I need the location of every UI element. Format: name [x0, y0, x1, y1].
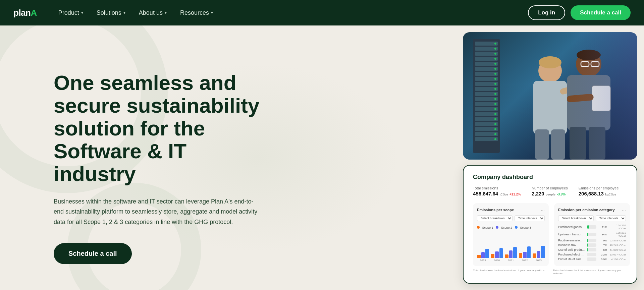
rack-unit [475, 102, 498, 106]
hero-section: One seamless and secure sustainability s… [0, 25, 644, 290]
stat-emissions-per-employee: Emissions per employee 206,688.13 kgCO₂e [579, 186, 619, 196]
rack-unit [475, 87, 498, 91]
nav-item-product[interactable]: Product ▾ [53, 7, 89, 19]
hbar-fill [587, 253, 587, 256]
chart-controls: Select breakdown Time intervals [477, 215, 545, 221]
logo-text: planA [13, 8, 37, 18]
dashboard-charts: Emissions per scope ··· Select breakdown… [473, 203, 627, 266]
hbar-value: 13,037 tCO₂e [609, 253, 626, 256]
schedule-call-hero-button[interactable]: Schedule a call [54, 243, 132, 264]
photo-light-effect [570, 32, 637, 160]
hbar-percent: 21% [598, 226, 607, 229]
stat-label: Total emissions [473, 186, 521, 190]
more-options-icon[interactable]: ··· [541, 207, 545, 213]
footnote-right: This chart shows the total emissions of … [553, 269, 627, 275]
bar [481, 252, 485, 258]
hbar-value: 48,243 tCO₂e [609, 244, 626, 247]
rack-unit [475, 137, 498, 141]
nav-item-resources[interactable]: Resources ▾ [175, 7, 218, 19]
hbar-percent: 6% [598, 248, 607, 251]
chevron-down-icon: ▾ [123, 10, 125, 15]
rack-unit [475, 62, 498, 66]
hbar-row: Fugitive emissio...9%62,578 tCO₂e [558, 239, 626, 242]
bar [527, 246, 531, 258]
hero-left-content: One seamless and secure sustainability s… [0, 25, 288, 290]
navigation: planA Product ▾ Solutions ▾ About us ▾ R… [0, 0, 644, 25]
rack-unit [475, 127, 498, 131]
bar [509, 250, 513, 258]
rack-unit [475, 72, 498, 76]
hbar-percent: 14% [598, 233, 607, 236]
bar-year-label: 2019 [477, 259, 489, 262]
nav-item-about[interactable]: About us ▾ [133, 7, 172, 19]
bar-group [477, 249, 489, 258]
hbar-value: 4,160 tCO₂e [609, 258, 626, 261]
rack-unit [475, 57, 498, 61]
rack-unit [475, 77, 498, 81]
hbar-track [587, 243, 596, 247]
time-interval-select-right[interactable]: Time intervals [596, 215, 626, 221]
hero-right-content: Company dashboard Total emissions 458,84… [456, 25, 644, 290]
hbar-label: Use of sold produc... [558, 248, 585, 251]
stat-label: Number of employees [532, 186, 568, 190]
hbar-track [587, 225, 596, 229]
bar [541, 246, 545, 258]
stat-badge: +11.2% [509, 192, 521, 196]
hbar-row: Purchased goods and...21%154,210 tCO₂e [558, 224, 626, 230]
bar-group [533, 246, 545, 258]
bar [491, 254, 495, 258]
stat-value: 458,847.64 tCO₂e +11.2% [473, 191, 521, 196]
bar-group [505, 247, 517, 258]
legend-scope2: Scope 2 [496, 224, 512, 230]
dashboard-stats: Total emissions 458,847.64 tCO₂e +11.2% … [473, 186, 627, 196]
schedule-call-nav-button[interactable]: Schedule a call [571, 5, 631, 20]
dashboard-card: Company dashboard Total emissions 458,84… [463, 165, 637, 284]
rack-unit [475, 117, 498, 121]
hbar-track [587, 248, 596, 251]
hbar-value: 41,600 tCO₂e [609, 248, 626, 251]
rack-unit [475, 82, 498, 86]
hbar-row: End of life of sale pr...0.9%4,160 tCO₂e [558, 257, 626, 261]
breakdown-select[interactable]: Select breakdown [477, 215, 513, 221]
nav-actions: Log in Schedule a call [528, 5, 631, 20]
hbar-percent: 7% [598, 244, 607, 247]
emissions-per-category-chart: Emission per emission category ··· Selec… [554, 203, 630, 266]
hbar-label: Upstream transport... [558, 233, 585, 236]
hbar-percent: 0.9% [598, 258, 607, 261]
rack-unit [475, 122, 498, 126]
rack-unit [475, 92, 498, 96]
hbar-value: 125,281 tCO₂e [609, 231, 626, 237]
hbar-fill [587, 239, 588, 242]
bar-group [519, 246, 531, 258]
hero-subtitle: Businesses within the software and IT se… [54, 196, 262, 227]
hbar-track [587, 257, 596, 261]
breakdown-select-right[interactable]: Select breakdown [558, 215, 594, 221]
legend-scope3: Scope 3 [515, 224, 531, 230]
hero-photo [463, 32, 637, 160]
hbar-percent: 9% [598, 239, 607, 242]
time-interval-select[interactable]: Time intervals [515, 215, 545, 221]
chart-header: Emissions per scope ··· [477, 207, 545, 213]
logo[interactable]: planA [13, 8, 37, 18]
bar [499, 248, 503, 258]
legend-dot-scope1 [477, 226, 480, 229]
hbar-label: Purchased electrici... [558, 253, 585, 256]
bar [477, 255, 481, 258]
rack-unit [475, 107, 498, 111]
bar [533, 253, 536, 258]
stat-badge: -3.9% [557, 192, 566, 196]
hbar-fill [587, 225, 589, 229]
login-button[interactable]: Log in [528, 5, 565, 20]
stat-employees: Number of employees 2,220 people -3.9% [532, 186, 568, 196]
bar-year-label: 2022 [519, 259, 531, 262]
chevron-down-icon: ▾ [211, 10, 213, 15]
bar [523, 252, 527, 258]
more-options-icon[interactable]: ··· [622, 207, 626, 213]
nav-links: Product ▾ Solutions ▾ About us ▾ Resourc… [53, 7, 528, 19]
legend-dot-scope3 [515, 226, 518, 229]
legend-dot-scope2 [496, 226, 498, 229]
bar [519, 253, 523, 258]
nav-item-solutions[interactable]: Solutions ▾ [91, 7, 131, 19]
hbar-row: Business trav...7%48,243 tCO₂e [558, 243, 626, 247]
stat-value: 2,220 people -3.9% [532, 191, 568, 196]
